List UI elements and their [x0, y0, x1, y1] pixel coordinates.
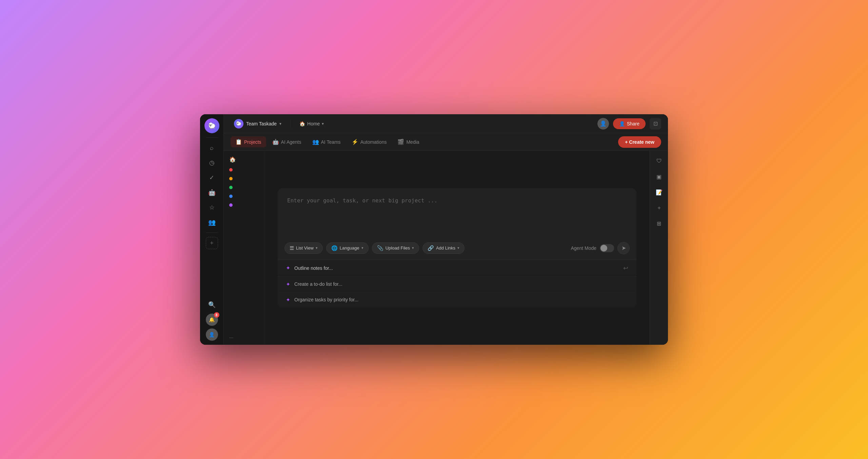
- check-icon[interactable]: ✓: [206, 172, 218, 184]
- bot-icon[interactable]: 🤖: [206, 186, 218, 199]
- suggestion-item-1[interactable]: ✦ Outline notes for... ↩: [278, 260, 636, 277]
- left-panel: 🏠 —: [224, 151, 264, 345]
- suggestion-item-2[interactable]: ✦ Create a to-do list for...: [278, 277, 636, 292]
- right-sidebar: 🛡 ▣ 📝 ＋ ⊞: [650, 151, 668, 345]
- clock-icon[interactable]: ◷: [206, 157, 218, 169]
- sidebar-toggle-button[interactable]: ⊡: [650, 118, 661, 129]
- ai-teams-icon: 👥: [312, 139, 319, 145]
- tab-media[interactable]: 🎬 Media: [393, 136, 424, 147]
- enter-icon-1: ↩: [623, 264, 628, 272]
- suggestions-list: ✦ Outline notes for... ↩ ✦ Create a to-d…: [278, 260, 636, 307]
- search-icon[interactable]: ⌕: [206, 142, 218, 154]
- language-button[interactable]: 🌐 Language ▾: [326, 242, 369, 254]
- ai-toolbar: ☰ List View ▾ 🌐 Language ▾ 📎: [278, 238, 636, 260]
- breadcrumb-chevron-icon: ▾: [322, 121, 324, 126]
- suggestion-text-2: Create a to-do list for...: [294, 281, 342, 287]
- ai-goal-input[interactable]: [287, 196, 627, 231]
- share-label: Share: [627, 121, 639, 126]
- tab-ai-agents[interactable]: 🤖 AI Agents: [268, 136, 306, 147]
- language-chevron: ▾: [361, 246, 363, 250]
- sidebar-list-item-5[interactable]: [226, 193, 261, 200]
- sidebar-bottom: —: [226, 334, 261, 341]
- create-new-label: + Create new: [625, 139, 654, 145]
- automations-icon: ⚡: [352, 139, 358, 145]
- topnav: 🐑 Team Taskade ▾ 🏠 Home ▾ 👤 👤 Share ⊡: [224, 114, 668, 133]
- color-dot-green: [229, 186, 233, 189]
- breadcrumb-home-label: Home: [307, 121, 320, 126]
- tab-media-label: Media: [406, 139, 419, 145]
- divider-2: [206, 233, 218, 233]
- star-icon[interactable]: ☆: [206, 201, 218, 214]
- center-area: ☰ List View ▾ 🌐 Language ▾ 📎: [264, 151, 650, 345]
- upload-files-label: Upload Files: [386, 245, 410, 251]
- tabs-nav: 📋 Projects 🤖 AI Agents 👥 AI Teams ⚡ Auto…: [224, 133, 668, 151]
- sidebar-list-item-4[interactable]: [226, 184, 261, 191]
- create-new-button[interactable]: + Create new: [618, 136, 661, 148]
- ai-agents-icon: 🤖: [272, 139, 279, 145]
- workspace-icon: 🐑: [234, 119, 243, 128]
- send-button[interactable]: ➤: [617, 242, 630, 254]
- main-content: 🐑 Team Taskade ▾ 🏠 Home ▾ 👤 👤 Share ⊡: [224, 114, 668, 345]
- sidebar-list-item-1[interactable]: 🏠: [226, 154, 261, 165]
- language-icon: 🌐: [331, 245, 338, 251]
- add-links-chevron: ▾: [457, 246, 459, 250]
- home-icon: 🏠: [299, 121, 305, 126]
- language-label: Language: [340, 245, 359, 251]
- upload-files-chevron: ▾: [412, 246, 414, 250]
- agent-mode-label: Agent Mode: [571, 245, 597, 251]
- media-icon: 🎬: [397, 139, 404, 145]
- note-right-icon[interactable]: 📝: [653, 186, 665, 198]
- user-avatar[interactable]: 👤: [206, 328, 218, 341]
- upload-files-button[interactable]: 📎 Upload Files ▾: [372, 242, 419, 254]
- color-dot-red: [229, 168, 233, 172]
- color-dot-amber: [229, 177, 233, 180]
- app-window: 🐑 ⌕ ◷ ✓ 🤖 ☆ 👥 + 🔍 🔔 8 👤 🐑 Team Taskade ▾: [200, 114, 668, 345]
- sidebar-list-item-2[interactable]: [226, 166, 261, 174]
- team-icon[interactable]: 👥: [206, 216, 218, 228]
- ai-input-area: [278, 188, 636, 238]
- workspace-name: Team Taskade: [246, 121, 277, 126]
- shield-right-icon[interactable]: 🛡: [653, 155, 665, 167]
- list-view-button[interactable]: ☰ List View ▾: [284, 242, 323, 254]
- sparkle-icon-3: ✦: [286, 297, 290, 303]
- workspace-selector[interactable]: 🐑 Team Taskade ▾: [231, 117, 285, 131]
- home-sidebar-icon: 🏠: [229, 156, 236, 163]
- projects-icon: 📋: [235, 139, 242, 145]
- topnav-divider: [290, 120, 291, 128]
- user-profile-avatar[interactable]: 👤: [597, 118, 609, 129]
- left-sidebar: 🐑 ⌕ ◷ ✓ 🤖 ☆ 👥 + 🔍 🔔 8 👤: [200, 114, 224, 345]
- notification-icon[interactable]: 🔔 8: [206, 314, 218, 326]
- add-links-icon: 🔗: [428, 245, 434, 251]
- agent-mode-toggle[interactable]: [600, 244, 614, 252]
- layout-right-icon[interactable]: ▣: [653, 171, 665, 183]
- tab-projects[interactable]: 📋 Projects: [231, 136, 266, 147]
- ai-input-card: ☰ List View ▾ 🌐 Language ▾ 📎: [277, 188, 637, 307]
- grid-right-icon[interactable]: ⊞: [653, 217, 665, 230]
- workspace-avatar[interactable]: 🐑: [204, 118, 219, 133]
- add-links-label: Add Links: [436, 245, 455, 251]
- share-icon: 👤: [619, 121, 625, 126]
- color-dot-purple: [229, 203, 233, 207]
- add-workspace-button[interactable]: +: [206, 237, 218, 249]
- list-view-icon: ☰: [290, 245, 294, 251]
- content-area: 🏠 —: [224, 151, 668, 345]
- tab-automations[interactable]: ⚡ Automations: [347, 136, 392, 147]
- sparkle-icon-2: ✦: [286, 281, 290, 287]
- share-button[interactable]: 👤 Share: [613, 118, 646, 129]
- divider-1: [206, 137, 218, 138]
- toggle-knob: [600, 245, 607, 252]
- plus-right-icon[interactable]: ＋: [653, 202, 665, 214]
- ai-card-inner: ☰ List View ▾ 🌐 Language ▾ 📎: [278, 188, 636, 307]
- breadcrumb-home[interactable]: 🏠 Home ▾: [296, 119, 327, 128]
- tab-ai-teams[interactable]: 👥 AI Teams: [308, 136, 346, 147]
- suggestion-item-3[interactable]: ✦ Organize tasks by priority for...: [278, 292, 636, 307]
- agent-mode-control: Agent Mode ➤: [571, 242, 630, 254]
- sidebar-list-item-3[interactable]: [226, 175, 261, 182]
- tab-ai-agents-label: AI Agents: [281, 139, 301, 145]
- add-links-button[interactable]: 🔗 Add Links ▾: [422, 242, 465, 254]
- send-icon: ➤: [622, 245, 626, 251]
- discover-icon[interactable]: 🔍: [206, 299, 218, 311]
- list-view-chevron: ▾: [316, 246, 318, 250]
- workspace-chevron-icon: ▾: [279, 121, 281, 126]
- sidebar-list-item-6[interactable]: [226, 201, 261, 209]
